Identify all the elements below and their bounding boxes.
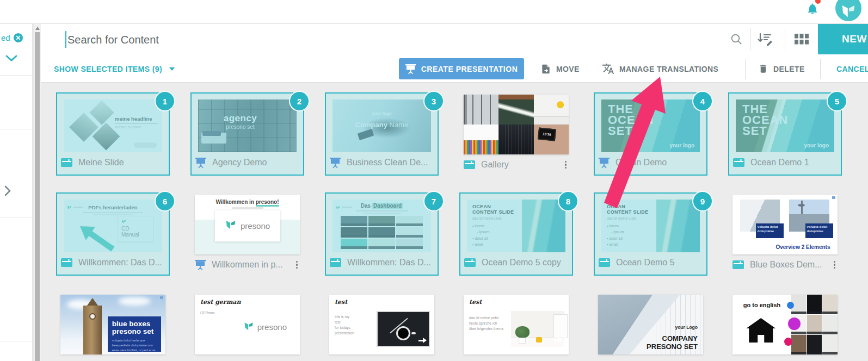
new-button[interactable]: NEW bbox=[818, 24, 868, 54]
thumb-text: Ipsum bbox=[607, 229, 654, 235]
manage-translations-label: MANAGE TRANSLATIONS bbox=[619, 65, 718, 73]
thumb-text: Name bbox=[387, 121, 408, 129]
thumb-text: test bbox=[335, 298, 347, 306]
content-tile[interactable]: test this is my test for todays presenta… bbox=[325, 292, 439, 361]
thumb-text: meine subline bbox=[115, 125, 158, 129]
tile-title: Ocean Demo 5 bbox=[616, 258, 703, 267]
delete-label: DELETE bbox=[773, 65, 805, 73]
thumb-text: COMPANY bbox=[647, 335, 698, 343]
cancel-button[interactable]: CANCEL bbox=[836, 55, 868, 83]
content-tile[interactable]: 10 39 Gallery bbox=[459, 92, 573, 176]
content-tile[interactable]: volupta dolut doluptatae volupta dolut d… bbox=[728, 192, 842, 276]
tile-title: Gallery bbox=[481, 160, 557, 170]
content-tile[interactable]: THE OCEAN SET your logo Ocean Demo 4 bbox=[594, 92, 707, 176]
tile-thumbnail: THE OCEAN SET your logo bbox=[736, 99, 834, 152]
divider bbox=[785, 28, 785, 50]
presentation-icon bbox=[405, 64, 416, 74]
content-tile[interactable]: THE OCEAN SET your logo Ocean Demo 1 5 bbox=[728, 92, 842, 176]
thumb-text: Dashboard bbox=[372, 203, 403, 209]
tile-type-icon bbox=[733, 158, 744, 167]
content-tile[interactable]: test das ist meine präsi heute spreche i… bbox=[459, 292, 573, 361]
sort-edit-icon[interactable] bbox=[757, 32, 775, 48]
tile-thumbnail: meine headline meine subline bbox=[64, 99, 162, 152]
tile-type-icon bbox=[599, 158, 610, 168]
left-sidebar: ed bbox=[0, 24, 33, 361]
thumb-text: presono set bbox=[112, 328, 157, 335]
manage-translations-button[interactable]: MANAGE TRANSLATIONS bbox=[602, 55, 718, 83]
content-tile[interactable]: test german GERman presono bbox=[190, 292, 304, 361]
scroll-up-arrow[interactable] bbox=[35, 27, 40, 30]
content-tile[interactable]: OCEAN CONTENT SLIDE das ist meine Liste … bbox=[459, 192, 573, 276]
tile-thumbnail: THE OCEAN SET your logo bbox=[601, 99, 700, 152]
thumb-text: amet bbox=[607, 241, 654, 248]
thumb-text: Das bbox=[361, 203, 372, 209]
thumb-text: das ist meine Liste bbox=[472, 216, 520, 220]
thumb-text: your logo bbox=[333, 111, 431, 116]
content-tile[interactable]: meine headline meine subline Meine Slide… bbox=[56, 92, 170, 176]
vertical-scrollbar[interactable] bbox=[33, 24, 41, 361]
create-presentation-button[interactable]: CREATE PRESENTATION bbox=[399, 58, 524, 79]
delete-button[interactable]: DELETE bbox=[758, 55, 805, 83]
tile-type-icon bbox=[464, 258, 476, 267]
thumb-text: THE bbox=[608, 104, 654, 115]
thumb-text: presono bbox=[257, 322, 287, 332]
text-caret bbox=[65, 31, 66, 48]
kebab-menu-icon[interactable] bbox=[294, 260, 300, 270]
thumb-text: THE bbox=[742, 104, 788, 115]
thumb-text: your logo bbox=[669, 142, 694, 148]
content-tile[interactable]: Das Dashboard Willkommen: Das D... 7 bbox=[325, 192, 439, 276]
kebab-menu-icon[interactable] bbox=[563, 160, 569, 170]
thumb-text: OCEAN bbox=[472, 204, 520, 209]
thumb-text: volupta dolut doluptatae bbox=[756, 223, 784, 238]
tile-title: Willkommen: Das D... bbox=[347, 258, 434, 267]
filter-chip[interactable]: ed bbox=[1, 33, 23, 43]
content-tile[interactable]: your Logo COMPANY PRESONO SET bbox=[594, 292, 707, 361]
selection-badge: 5 bbox=[827, 91, 847, 111]
content-tile[interactable]: go to english bbox=[728, 292, 842, 361]
content-tile[interactable]: your logo Company Name Business Clean De… bbox=[325, 92, 439, 176]
search-icon[interactable] bbox=[730, 33, 743, 48]
thumb-text: PRESONO SET bbox=[647, 343, 698, 351]
filter-chip-label: ed bbox=[1, 33, 10, 42]
tile-thumbnail: blue boxes presono set volupta dolut har… bbox=[60, 295, 165, 354]
thumb-text: test german bbox=[200, 298, 241, 306]
thumb-text: SET bbox=[742, 126, 788, 136]
content-tile[interactable]: Willkommen in presono! presono Willkomme… bbox=[190, 192, 304, 276]
scrollbar-thumb[interactable] bbox=[35, 32, 40, 361]
chevron-down-icon bbox=[169, 67, 175, 71]
grid-view-icon[interactable] bbox=[795, 34, 809, 47]
content-tile[interactable]: agency presono set Agency Demo 2 bbox=[190, 92, 304, 176]
thumb-text: CONTENT SLIDE bbox=[472, 209, 520, 215]
selection-badge: 2 bbox=[289, 91, 310, 111]
tile-type-icon bbox=[61, 158, 72, 167]
content-tile[interactable]: blue boxes presono set volupta dolut har… bbox=[56, 292, 170, 361]
tile-type-icon bbox=[330, 158, 341, 168]
download-arrow-graphic bbox=[75, 220, 118, 252]
thumb-text: your logo bbox=[804, 142, 829, 148]
show-selected-items-button[interactable]: SHOW SELECTED ITEMS (9) bbox=[54, 55, 175, 83]
thumb-text: presono set bbox=[198, 124, 282, 130]
content-tile[interactable]: OCEAN CONTENT SLIDE das ist meine Liste … bbox=[594, 192, 707, 276]
content-tile[interactable]: PDFs herunterladen CD Manual Willkommen:… bbox=[56, 192, 170, 276]
chip-remove-icon[interactable] bbox=[13, 33, 23, 43]
thumb-text: Company bbox=[355, 121, 387, 129]
thumb-text: 10 39 bbox=[538, 127, 556, 141]
tile-thumbnail: test this is my test for todays presenta… bbox=[329, 295, 434, 354]
tile-thumbnail: OCEAN CONTENT SLIDE das ist meine Liste … bbox=[601, 200, 700, 252]
tile-thumbnail: test german GERman presono bbox=[195, 295, 300, 354]
chevron-right-icon[interactable] bbox=[4, 185, 11, 198]
tile-thumbnail: Das Dashboard bbox=[333, 200, 431, 252]
tile-thumbnail: agency presono set bbox=[198, 99, 297, 152]
move-button[interactable]: MOVE bbox=[540, 55, 580, 83]
chevron-down-icon[interactable] bbox=[5, 54, 18, 64]
tile-thumbnail: OCEAN CONTENT SLIDE das ist meine Liste … bbox=[467, 200, 565, 252]
presono-logo[interactable] bbox=[835, 0, 861, 21]
tile-type-icon bbox=[330, 258, 341, 267]
tile-grid: meine headline meine subline Meine Slide… bbox=[41, 83, 868, 361]
thumb-text: volupta dolut doluptatae bbox=[805, 223, 833, 238]
home-icon bbox=[749, 328, 773, 343]
search-input[interactable] bbox=[67, 30, 557, 49]
divider bbox=[750, 28, 751, 50]
thumb-text: test bbox=[469, 298, 482, 306]
kebab-menu-icon[interactable] bbox=[832, 260, 838, 270]
